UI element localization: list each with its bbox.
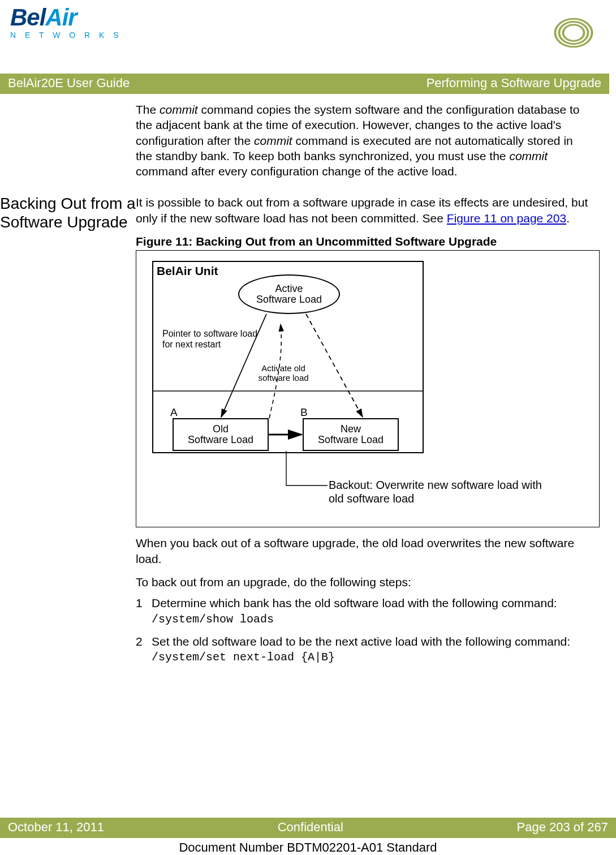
- active-load-ellipse: Active Software Load: [238, 274, 340, 314]
- title-banner: BelAir20E User Guide Performing a Softwa…: [0, 74, 609, 94]
- footer-bar: October 11, 2011 Confidential Page 203 o…: [0, 818, 616, 838]
- after-figure-p2: To back out from an upgrade, do the foll…: [136, 574, 600, 590]
- footer-page: Page 203 of 267: [517, 820, 608, 835]
- step-2-body: Set the old software load to be the next…: [152, 634, 600, 665]
- banner-left: BelAir20E User Guide: [8, 76, 130, 91]
- rings-icon: [548, 6, 599, 51]
- backout-text: Backout: Overwrite new software load wit…: [329, 478, 555, 505]
- step-2-code: /system/set next-load {A|B}: [152, 650, 600, 665]
- section-t2: .: [566, 212, 570, 225]
- activate-text: Activate old software load: [249, 364, 317, 383]
- page: BelAir N E T W O R K S BelAir20E User Gu…: [0, 0, 616, 855]
- intro-col: The commit command copies the system sof…: [136, 102, 587, 187]
- footer-confidential: Confidential: [278, 820, 343, 835]
- figure-link[interactable]: Figure 11 on page 203: [447, 212, 566, 225]
- commit-word-2: commit: [254, 134, 292, 147]
- intro-t1: The: [136, 103, 160, 116]
- page-header: BelAir N E T W O R K S: [0, 6, 609, 74]
- intro-row: The commit command copies the system sof…: [0, 102, 609, 187]
- footer-date: October 11, 2011: [8, 820, 104, 835]
- commit-word-1: commit: [160, 103, 198, 116]
- step-2-num: 2: [136, 634, 152, 665]
- logo-wordmark: BelAir: [10, 6, 77, 29]
- section-col: It is possible to back out from a softwa…: [136, 195, 600, 671]
- after-figure-p1: When you back out of a software upgrade,…: [136, 535, 600, 566]
- logo-air: Air: [45, 4, 76, 31]
- figure-caption: Figure 11: Backing Out from an Uncommitt…: [136, 234, 600, 249]
- section-row: Backing Out from a Software Upgrade It i…: [0, 195, 609, 671]
- section-paragraph: It is possible to back out from a softwa…: [136, 195, 600, 226]
- step-1-num: 1: [136, 595, 152, 626]
- document-number: Document Number BDTM02201-A01 Standard: [0, 840, 616, 855]
- bank-b-label: B: [300, 406, 308, 420]
- step-2: 2 Set the old software load to be the ne…: [136, 634, 600, 665]
- section-heading: Backing Out from a Software Upgrade: [0, 195, 136, 231]
- unit-title: BelAir Unit: [157, 263, 218, 278]
- step-1-text: Determine which bank has the old softwar…: [152, 595, 600, 611]
- step-1-code: /system/show loads: [152, 612, 600, 627]
- intro-paragraph: The commit command copies the system sof…: [136, 102, 587, 179]
- step-1-body: Determine which bank has the old softwar…: [152, 595, 600, 626]
- belair-logo: BelAir N E T W O R K S: [10, 6, 122, 40]
- logo-bel: Bel: [10, 4, 45, 31]
- pointer-text: Pointer to software load for next restar…: [162, 329, 259, 350]
- steps-list: 1 Determine which bank has the old softw…: [136, 595, 600, 665]
- active-load-text: Active Software Load: [256, 283, 322, 306]
- banner-right: Performing a Software Upgrade: [427, 76, 601, 91]
- bank-a-label: A: [170, 406, 178, 420]
- step-1: 1 Determine which bank has the old softw…: [136, 595, 600, 626]
- figure-frame: BelAir Unit Active Software Load Pointer…: [136, 250, 600, 527]
- intro-t4: command after every configuration change…: [136, 165, 458, 178]
- old-load-box: Old Software Load: [173, 418, 269, 451]
- commit-word-3: commit: [509, 149, 548, 162]
- logo-networks: N E T W O R K S: [10, 31, 122, 40]
- step-2-text: Set the old software load to be the next…: [152, 634, 600, 649]
- new-load-text: New Software Load: [318, 424, 384, 446]
- new-load-box: New Software Load: [303, 418, 399, 451]
- old-load-text: Old Software Load: [188, 424, 253, 446]
